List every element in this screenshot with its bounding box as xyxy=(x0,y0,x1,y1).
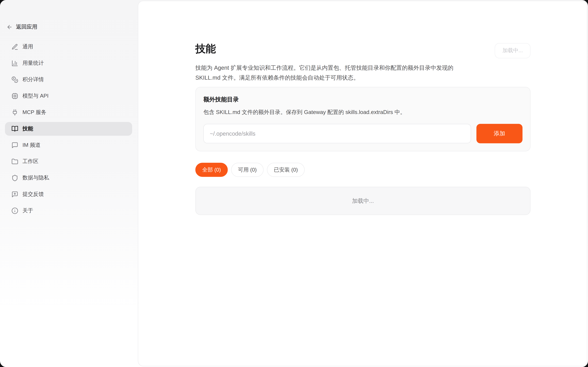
cpu-icon xyxy=(11,93,18,100)
page-description-line: SKILL.md 文件。满足所有依赖条件的技能会自动处于可用状态。 xyxy=(195,73,531,82)
directory-path-input[interactable] xyxy=(203,124,471,143)
sidebar-item-label: 模型与 API xyxy=(23,93,48,100)
sidebar-item-label: 积分详情 xyxy=(23,76,44,83)
skill-filters: 全部 (0) 可用 (0) 已安装 (0) xyxy=(195,163,531,177)
card-description: 包含 SKILL.md 文件的额外目录。保存到 Gateway 配置的 skil… xyxy=(203,108,523,116)
stage: 返回应用 通用 用量统计 积分详情 模型与 API xyxy=(0,0,588,367)
sidebar-item-data-privacy[interactable]: 数据与隐私 xyxy=(5,171,132,185)
sidebar-item-general[interactable]: 通用 xyxy=(5,40,132,54)
sidebar-item-label: 数据与隐私 xyxy=(23,175,49,182)
settings-sidebar: 返回应用 通用 用量统计 积分详情 模型与 API xyxy=(0,0,138,367)
shield-icon xyxy=(11,175,18,182)
sidebar-item-workspace[interactable]: 工作区 xyxy=(5,155,132,168)
sidebar-item-label: 关于 xyxy=(23,207,33,214)
sidebar-item-credits[interactable]: 积分详情 xyxy=(5,73,132,87)
skills-list-loading-placeholder: 加载中... xyxy=(195,187,531,215)
page-title: 技能 xyxy=(195,42,531,55)
loading-text: 加载中... xyxy=(352,197,374,205)
sidebar-item-label: 提交反馈 xyxy=(23,191,44,198)
filter-all-pill[interactable]: 全部 (0) xyxy=(195,163,228,177)
refresh-loading-button[interactable]: 加载中... xyxy=(495,43,531,58)
back-to-app-button[interactable]: 返回应用 xyxy=(7,23,37,32)
page-description-line: 技能为 Agent 扩展专业知识和工作流程。它们是从内置包、托管技能目录和你配置… xyxy=(195,63,531,73)
app-window: 返回应用 通用 用量统计 积分详情 模型与 API xyxy=(0,0,588,367)
pen-line-icon xyxy=(11,43,18,50)
card-title: 额外技能目录 xyxy=(203,96,523,103)
sidebar-item-label: 技能 xyxy=(23,125,33,132)
page-description: 技能为 Agent 扩展专业知识和工作流程。它们是从内置包、托管技能目录和你配置… xyxy=(195,63,531,82)
sidebar-item-label: 通用 xyxy=(23,43,33,50)
sidebar-item-skills[interactable]: 技能 xyxy=(5,122,132,136)
message-square-icon xyxy=(11,142,18,149)
sidebar-item-about[interactable]: 关于 xyxy=(5,204,132,218)
coins-icon xyxy=(11,76,18,83)
arrow-left-icon xyxy=(7,24,13,30)
add-directory-button[interactable]: 添加 xyxy=(476,124,523,143)
sidebar-item-label: IM 频道 xyxy=(23,142,40,149)
plug-icon xyxy=(11,109,18,116)
page-header: 技能 加载中... xyxy=(195,42,531,55)
sidebar-item-feedback[interactable]: 提交反馈 xyxy=(5,188,132,201)
add-directory-row: 添加 xyxy=(203,124,523,143)
back-button-label: 返回应用 xyxy=(16,24,37,31)
sidebar-item-label: 用量统计 xyxy=(23,60,44,67)
book-open-icon xyxy=(11,125,18,132)
sidebar-item-im-channels[interactable]: IM 频道 xyxy=(5,138,132,152)
sidebar-item-usage-stats[interactable]: 用量统计 xyxy=(5,56,132,70)
filter-installed-pill[interactable]: 已安装 (0) xyxy=(267,163,305,177)
bar-chart-icon xyxy=(11,60,18,67)
sidebar-nav: 通用 用量统计 积分详情 模型与 API MCP 服务 xyxy=(5,40,132,218)
extra-skill-dirs-card: 额外技能目录 包含 SKILL.md 文件的额外目录。保存到 Gateway 配… xyxy=(195,87,531,151)
sidebar-item-models-api[interactable]: 模型与 API xyxy=(5,89,132,103)
main-panel: 技能 加载中... 技能为 Agent 扩展专业知识和工作流程。它们是从内置包、… xyxy=(138,1,587,366)
sidebar-item-label: MCP 服务 xyxy=(23,109,46,116)
sidebar-item-mcp-services[interactable]: MCP 服务 xyxy=(5,106,132,119)
info-icon xyxy=(11,207,18,214)
message-square-plus-icon xyxy=(11,191,18,198)
sidebar-item-label: 工作区 xyxy=(23,158,39,165)
skills-page: 技能 加载中... 技能为 Agent 扩展专业知识和工作流程。它们是从内置包、… xyxy=(195,41,531,215)
folder-icon xyxy=(11,158,18,165)
filter-available-pill[interactable]: 可用 (0) xyxy=(231,163,264,177)
